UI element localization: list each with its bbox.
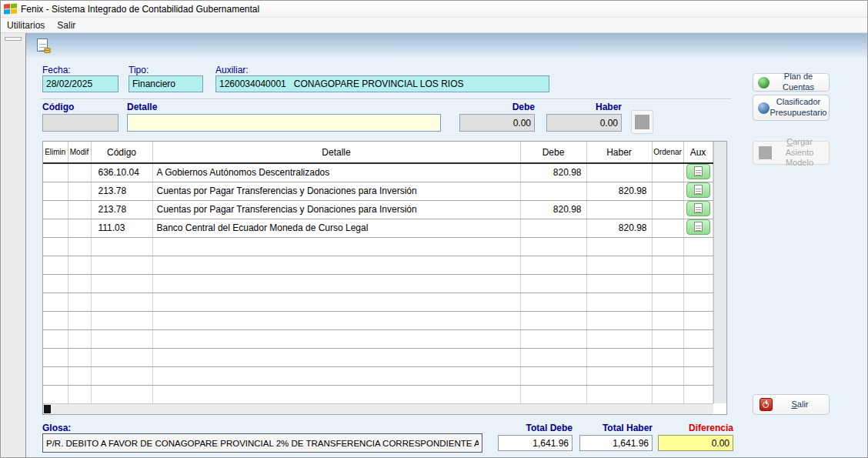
elimin-cell [43,329,68,348]
codigo-cell [91,256,152,274]
haber-cell [586,237,652,256]
vertical-scrollbar[interactable] [713,142,726,403]
main-area: Fecha: Tipo: Auxiliar: Código Detalle De… [26,33,867,457]
note-icon [694,222,703,232]
codigo-cell: 213.78 [91,182,152,200]
debe-cell [520,182,586,200]
modif-cell [68,237,91,256]
col-header-ordenar: Ordenar [652,142,683,163]
modif-cell[interactable] [68,182,91,200]
horizontal-scrollbar[interactable] [43,403,713,414]
aux-cell [683,219,713,237]
elimin-cell [43,293,68,311]
ordenar-cell [652,163,683,182]
haber-cell [586,311,652,329]
elimin-cell[interactable] [43,182,68,200]
ordenar-cell [652,366,683,385]
gray-square-icon [635,115,649,129]
ordenar-cell [652,182,683,200]
fecha-input[interactable] [42,75,119,92]
codigo-cell: 636.10.04 [91,163,152,182]
debe-cell [520,311,586,329]
ordenar-cell [652,348,683,366]
debe-cell [520,219,586,237]
aux-cell [683,237,713,256]
codigo-cell [91,293,152,311]
aux-button[interactable] [686,182,710,198]
glosa-input[interactable] [42,433,482,453]
salir-button[interactable]: Salir [753,394,830,415]
auxiliar-input[interactable] [215,75,549,92]
gray-square-icon [759,146,772,159]
debe-cell: 820.98 [520,200,586,219]
elimin-cell[interactable] [43,163,68,182]
clasificador-presupuestario-button[interactable]: Clasificador Presupuestario [753,95,830,121]
haber-label: Haber [546,102,622,112]
debe-cell [520,348,586,366]
menu-salir[interactable]: Salir [51,18,82,32]
haber-cell [586,385,652,403]
haber-cell [586,274,652,293]
plan-de-cuentas-button[interactable]: Plan de Cuentas [753,73,830,92]
aux-cell [683,274,713,293]
menu-bar: Utilitarios Salir [1,18,867,33]
aux-button[interactable] [686,164,710,179]
haber-input[interactable] [546,114,622,132]
detalle-cell [152,366,520,385]
ordenar-cell [652,200,683,219]
debe-cell [520,293,586,311]
modif-cell [68,385,91,403]
debe-label: Debe [459,102,535,112]
aux-cell [683,329,713,348]
haber-cell: 820.98 [586,219,652,237]
entry-aux-button[interactable] [631,110,653,134]
modif-cell [68,293,91,311]
debe-cell: 820.98 [520,163,586,182]
haber-cell [586,348,652,366]
detalle-cell: Cuentas por Pagar Transferencias y Donac… [152,182,520,200]
elimin-cell [43,348,68,366]
auxiliar-label: Auxiliar: [215,65,249,75]
menu-utilitarios[interactable]: Utilitarios [1,18,51,32]
detalle-input[interactable] [127,114,441,132]
left-panel [1,33,26,457]
table-row: 636.10.04A Gobiernos Autónomos Descentra… [43,163,713,182]
aux-button[interactable] [686,219,710,235]
ordenar-cell [652,293,683,311]
panel-splitter-handle[interactable] [5,37,22,41]
debe-input[interactable] [459,114,535,132]
ordenar-cell [652,237,683,256]
col-header-haber: Haber [586,142,652,163]
total-haber-value [579,435,653,451]
aux-button[interactable] [686,201,710,216]
modif-cell[interactable] [68,163,91,182]
elimin-cell [43,385,68,403]
plan-de-cuentas-label: Plan de Cuentas [770,70,829,95]
aux-cell [683,256,713,274]
elimin-cell [43,256,68,274]
detalle-cell [152,385,520,403]
codigo-cell: 213.78 [91,200,152,219]
table-row: 213.78Cuentas por Pagar Transferencias y… [43,200,713,219]
power-icon [760,398,773,411]
modif-cell[interactable] [68,219,91,237]
cargar-asiento-modelo-button[interactable]: Cargar Asiento Modelo [753,141,830,165]
col-header-detalle: Detalle [152,142,520,163]
ordenar-cell [652,274,683,293]
table-row-empty [43,293,713,311]
app-icon [4,3,17,15]
codigo-input[interactable] [42,114,119,132]
elimin-cell[interactable] [43,200,68,219]
modif-cell [68,311,91,329]
new-entry-button[interactable] [34,36,52,55]
toolbar [26,33,867,58]
aux-cell [683,385,713,403]
tipo-input[interactable] [129,75,203,92]
detalle-cell [152,237,520,256]
horizontal-scrollbar-thumb[interactable] [44,405,51,413]
table-row-empty [43,366,713,385]
modif-cell[interactable] [68,200,91,219]
col-header-modif: Modif [68,142,91,163]
table-row-empty [43,311,713,329]
elimin-cell[interactable] [43,219,68,237]
